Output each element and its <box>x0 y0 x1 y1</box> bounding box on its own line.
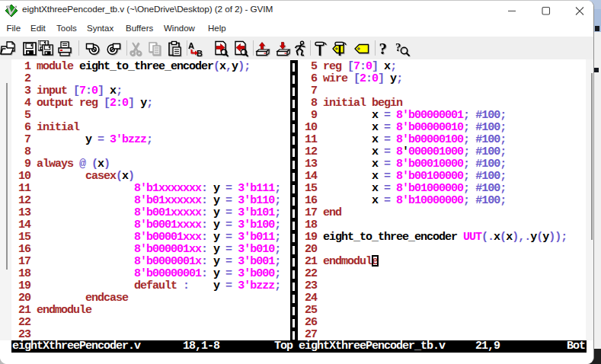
svg-text:?: ? <box>395 41 401 53</box>
svg-text:?: ? <box>379 40 388 57</box>
